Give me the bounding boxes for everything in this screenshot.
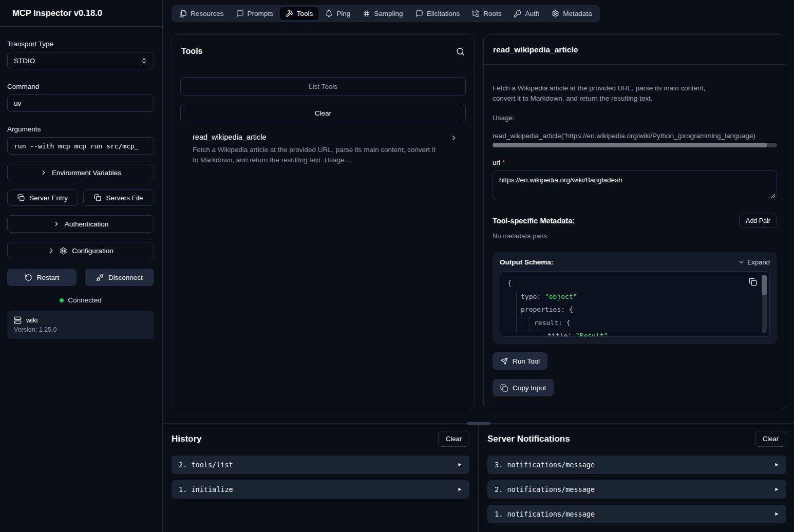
tab-label: Tools — [297, 10, 313, 17]
expand-toggle[interactable]: Expand — [738, 258, 770, 266]
vertical-scrollbar[interactable] — [762, 275, 767, 333]
notification-item-label: 2. notifications/message — [495, 485, 595, 493]
folder-tree-icon — [472, 10, 480, 17]
bell-icon — [325, 10, 333, 17]
schema-code-block: { type: "object" properties: { result: {… — [500, 271, 770, 337]
tab-label: Metadata — [563, 10, 592, 17]
horizontal-scrollbar[interactable] — [493, 143, 777, 147]
output-schema-section: Output Schema: Expand { type: "object" p… — [493, 252, 777, 344]
server-icon — [14, 316, 22, 324]
authentication-button[interactable]: Authentication — [7, 215, 154, 233]
servers-file-button[interactable]: Servers File — [83, 189, 154, 206]
clear-tools-button[interactable]: Clear — [180, 104, 466, 122]
play-icon — [774, 510, 779, 518]
tab-prompts[interactable]: Prompts — [231, 7, 279, 20]
add-pair-button[interactable]: Add Pair — [739, 214, 777, 227]
unplug-icon — [96, 274, 104, 281]
tool-detail-title: read_wikipedia_article — [493, 45, 578, 54]
url-input[interactable] — [493, 170, 777, 200]
search-icon[interactable] — [456, 47, 465, 56]
tab-elicitations[interactable]: Elicitations — [410, 7, 466, 20]
command-label: Command — [7, 83, 154, 90]
notification-item[interactable]: 3. notifications/message — [487, 455, 786, 474]
server-entry-label: Server Entry — [29, 194, 68, 202]
vertical-scrollbar-thumb[interactable] — [762, 275, 767, 295]
tab-label: Ping — [336, 10, 350, 17]
server-info-card: wiki Version: 1.25.0 — [7, 311, 154, 339]
tab-resources[interactable]: Resources — [174, 7, 230, 20]
run-tool-button[interactable]: Run Tool — [493, 352, 547, 370]
copy-input-button[interactable]: Copy Input — [493, 379, 554, 396]
environment-variables-button[interactable]: Environment Variables — [7, 164, 154, 181]
no-metadata-text: No metadata pairs. — [493, 232, 777, 240]
expand-label: Expand — [747, 258, 770, 266]
notification-item-label: 3. notifications/message — [495, 461, 595, 469]
tab-label: Resources — [191, 10, 224, 17]
tool-list-item[interactable]: read_wikipedia_article Fetch a Wikipedia… — [180, 133, 466, 165]
gear-icon — [60, 247, 67, 255]
history-item[interactable]: 2. tools/list — [172, 455, 469, 474]
tools-panel-title: Tools — [181, 47, 202, 56]
resize-handle[interactable] — [770, 194, 775, 198]
history-item-label: 1. initialize — [179, 485, 233, 493]
copy-icon — [500, 384, 508, 392]
usage-code: read_wikipedia_article("https://en.wikip… — [493, 132, 777, 140]
required-marker: * — [502, 159, 505, 166]
gear-icon — [552, 10, 559, 17]
transport-type-select[interactable]: STDIO — [7, 52, 154, 69]
notification-item[interactable]: 2. notifications/message — [487, 480, 786, 499]
copy-schema-icon[interactable] — [749, 278, 757, 286]
message-square-icon — [415, 10, 423, 17]
tab-roots[interactable]: Roots — [466, 7, 507, 20]
message-square-icon — [236, 10, 244, 17]
notification-item[interactable]: 1. notifications/message — [487, 505, 786, 523]
history-item[interactable]: 1. initialize — [172, 480, 469, 499]
restart-icon — [25, 274, 32, 281]
clear-history-button[interactable]: Clear — [438, 431, 469, 447]
code-line: type: "object" — [507, 290, 762, 303]
clear-notifications-button[interactable]: Clear — [755, 431, 786, 447]
play-icon — [457, 461, 462, 469]
chevron-right-icon — [48, 247, 55, 254]
top-nav: Resources Prompts Tools Ping Sampling El… — [172, 5, 600, 22]
disconnect-button[interactable]: Disconnect — [85, 269, 154, 286]
tab-auth[interactable]: Auth — [508, 7, 545, 20]
hash-icon — [363, 10, 370, 17]
list-tools-button[interactable]: List Tools — [180, 77, 466, 96]
copy-icon — [17, 194, 25, 201]
server-notifications-panel: Server Notifications Clear 3. notificati… — [479, 424, 794, 532]
run-tool-label: Run Tool — [513, 357, 540, 365]
splitter-drag-handle[interactable] — [467, 422, 490, 425]
hammer-icon — [286, 10, 293, 17]
tool-name: read_wikipedia_article — [193, 133, 460, 141]
main-area: Resources Prompts Tools Ping Sampling El… — [163, 0, 794, 532]
tab-ping[interactable]: Ping — [319, 7, 356, 20]
bottom-panels: History Clear 2. tools/list 1. initializ… — [163, 423, 794, 532]
horizontal-scrollbar-thumb[interactable] — [493, 143, 767, 147]
configuration-label: Configuration — [72, 247, 113, 255]
restart-button[interactable]: Restart — [7, 269, 77, 286]
notification-item-label: 1. notifications/message — [495, 510, 595, 518]
tab-metadata[interactable]: Metadata — [546, 7, 597, 20]
transport-type-value: STDIO — [14, 57, 35, 65]
authentication-label: Authentication — [65, 220, 109, 228]
tab-sampling[interactable]: Sampling — [357, 7, 408, 20]
files-icon — [179, 10, 187, 17]
app-header: MCP Inspector v0.18.0 — [0, 0, 162, 27]
indent-guide — [516, 291, 517, 332]
configuration-button[interactable]: Configuration — [7, 242, 154, 259]
send-icon — [500, 357, 508, 365]
app-title: MCP Inspector v0.18.0 — [12, 8, 102, 18]
arguments-input[interactable] — [7, 137, 154, 155]
server-notifications-title: Server Notifications — [487, 434, 570, 444]
arguments-label: Arguments — [7, 125, 154, 133]
tab-label: Prompts — [248, 10, 273, 17]
metadata-label: Tool-specific Metadata: — [493, 217, 575, 225]
history-panel: History Clear 2. tools/list 1. initializ… — [163, 424, 479, 532]
connected-dot — [60, 298, 64, 302]
sidebar: MCP Inspector v0.18.0 Transport Type STD… — [0, 0, 163, 532]
server-entry-button[interactable]: Server Entry — [7, 189, 78, 206]
server-name: wiki — [26, 316, 38, 324]
command-input[interactable] — [7, 94, 154, 112]
tab-tools[interactable]: Tools — [280, 7, 319, 20]
